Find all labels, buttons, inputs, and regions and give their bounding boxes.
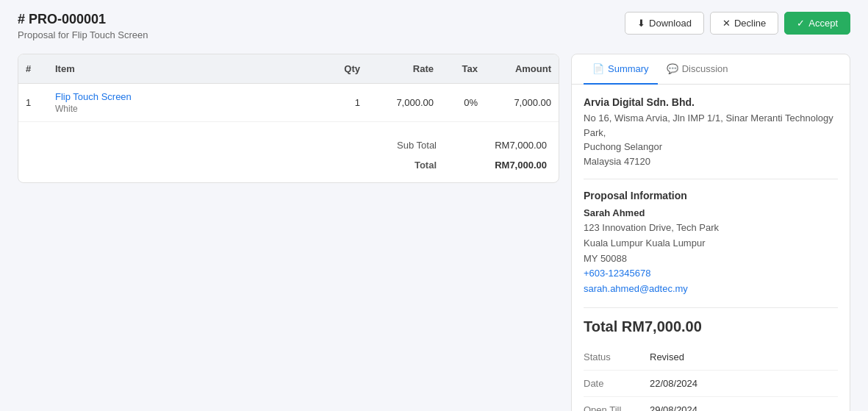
decline-button[interactable]: ✕ Decline [710,12,778,35]
panel-tabs: 📄 Summary 💬 Discussion [572,54,850,85]
status-info-table: Status Revised Date 22/08/2024 Open Till… [584,344,838,411]
col-rate: Rate [367,54,441,84]
item-name: Flip Touch Screen [55,91,309,102]
table-header-row: # Item Qty Rate Tax Amount [18,54,559,84]
open-till-row: Open Till 29/08/2024 [584,396,838,411]
contact-address-3: MY 50088 [584,251,838,267]
date-value: 22/08/2024 [642,370,838,396]
col-num: # [18,54,48,84]
contact-address-1: 123 Innovation Drive, Tech Park [584,221,838,236]
proposal-id: # PRO-000001 [18,12,148,27]
page-header: # PRO-000001 Proposal for Flip Touch Scr… [18,12,850,40]
contact-info: 123 Innovation Drive, Tech Park Kuala Lu… [584,221,838,297]
date-label: Date [584,370,642,396]
divider-1 [584,179,838,179]
discussion-tab-label: Discussion [682,63,728,74]
row-qty: 1 [316,84,367,122]
right-panel: 📄 Summary 💬 Discussion Arvia Digital Sdn… [571,54,850,411]
decline-icon: ✕ [722,18,731,29]
status-row: Status Revised [584,344,838,371]
total-label: Total [363,160,437,171]
col-qty: Qty [316,54,367,84]
proposal-subtitle: Proposal for Flip Touch Screen [18,29,148,40]
contact-address-2: Kuala Lumpur Kuala Lumpur [584,236,838,251]
accept-button[interactable]: ✓ Accept [784,12,850,35]
address-line-2: Puchong Selangor [584,140,838,154]
totals-section: Sub Total RM7,000.00 Total RM7,000.00 [18,128,559,182]
row-amount: 7,000.00 [485,84,559,122]
address-line-1: No 16, Wisma Arvia, Jln IMP 1/1, Sinar M… [584,111,838,140]
open-till-label: Open Till [584,396,642,411]
discussion-tab-icon: 💬 [667,63,678,74]
total-row: Total RM7,000.00 [30,155,547,175]
status-value: Revised [642,344,838,371]
download-icon: ⬇ [637,18,645,29]
company-name: Arvia Digital Sdn. Bhd. [584,96,838,108]
download-button[interactable]: ⬇ Download [625,12,704,35]
summary-tab-label: Summary [608,63,649,74]
proposal-table-section: # Item Qty Rate Tax Amount 1 Flip Touch … [18,54,559,183]
contact-name: Sarah Ahmed [584,207,838,218]
divider-2 [584,307,838,308]
col-item: Item [48,54,316,84]
date-row: Date 22/08/2024 [584,370,838,396]
row-num: 1 [18,84,48,122]
address-line-3: Malaysia 47120 [584,154,838,169]
contact-email[interactable]: sarah.ahmed@adtec.my [584,282,838,297]
summary-tab-icon: 📄 [592,63,604,74]
table-row: 1 Flip Touch Screen White 1 7,000.00 0% … [18,84,559,122]
subtotal-label: Sub Total [363,140,437,151]
tab-summary[interactable]: 📄 Summary [584,54,658,85]
panel-content: Arvia Digital Sdn. Bhd. No 16, Wisma Arv… [572,85,850,411]
open-till-value: 29/08/2024 [642,396,838,411]
row-tax: 0% [441,84,485,122]
item-variant: White [55,104,309,114]
col-amount: Amount [485,54,559,84]
main-layout: # Item Qty Rate Tax Amount 1 Flip Touch … [18,54,850,411]
row-item: Flip Touch Screen White [48,84,316,122]
accept-icon: ✓ [797,18,805,29]
proposal-title-section: # PRO-000001 Proposal for Flip Touch Scr… [18,12,148,40]
subtotal-row: Sub Total RM7,000.00 [30,135,547,155]
tab-discussion[interactable]: 💬 Discussion [658,54,737,85]
col-tax: Tax [441,54,485,84]
total-value: RM7,000.00 [481,160,547,171]
status-label: Status [584,344,642,371]
proposal-table: # Item Qty Rate Tax Amount 1 Flip Touch … [18,54,559,122]
contact-phone[interactable]: +603-12345678 [584,266,838,282]
header-actions: ⬇ Download ✕ Decline ✓ Accept [625,12,850,35]
row-rate: 7,000.00 [367,84,441,122]
proposal-info-title: Proposal Information [584,190,838,201]
company-address: No 16, Wisma Arvia, Jln IMP 1/1, Sinar M… [584,111,838,168]
subtotal-value: RM7,000.00 [481,140,547,151]
total-big: Total RM7,000.00 [584,318,838,335]
